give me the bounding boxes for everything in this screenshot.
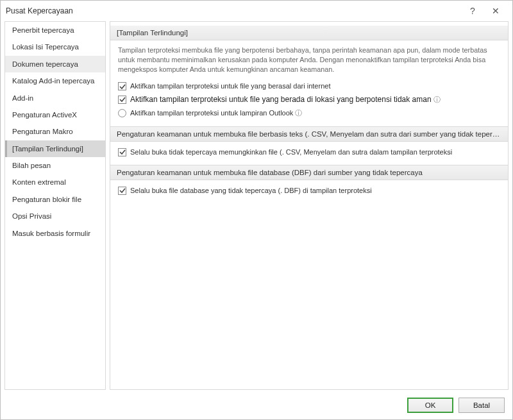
sidebar-item-label: Add-in bbox=[12, 94, 33, 102]
checkbox-row-unsafe-locations[interactable]: Aktifkan tampilan terproteksi untuk file… bbox=[110, 93, 508, 107]
checkbox-label: Selalu buka tidak tepercaya memungkinkan… bbox=[130, 147, 500, 156]
window-title: Pusat Kepercayaan bbox=[6, 6, 73, 15]
close-icon: ✕ bbox=[492, 6, 500, 16]
sidebar-item-label: Dokumen tepercaya bbox=[12, 60, 78, 68]
checkbox-checked-icon bbox=[118, 82, 126, 90]
main-panel: [Tampilan Terlindungi] Tampilan terprote… bbox=[110, 21, 509, 390]
protected-view-description: Tampilan terproteksi membuka file yang b… bbox=[110, 40, 508, 76]
sidebar-item-protected-view[interactable]: [Tampilan Terlindungi] bbox=[5, 140, 105, 157]
sidebar-item-file-block-settings[interactable]: Pengaturan blokir file bbox=[5, 191, 105, 208]
sidebar-item-label: Pengaturan blokir file bbox=[12, 196, 81, 203]
radio-unchecked-icon bbox=[118, 109, 126, 117]
info-icon: ⓘ bbox=[433, 96, 441, 103]
checkbox-label: Aktifkan tampilan terproteksi untuk lamp… bbox=[130, 108, 500, 117]
help-button[interactable]: ? bbox=[461, 2, 484, 20]
sidebar-item-label: Pengaturan Makro bbox=[12, 128, 73, 135]
sidebar-item-trusted-addin-catalogs[interactable]: Katalog Add-in tepercaya bbox=[5, 72, 105, 89]
titlebar: Pusat Kepercayaan ? ✕ bbox=[1, 1, 512, 21]
sidebar-item-label: Masuk berbasis formulir bbox=[12, 230, 90, 237]
sidebar-item-label: Penerbit tepercaya bbox=[12, 26, 74, 34]
sidebar-item-privacy-options[interactable]: Opsi Privasi bbox=[5, 208, 105, 224]
sidebar: Penerbit tepercaya Lokasi Isi Tepercaya … bbox=[4, 21, 106, 390]
sidebar-item-label: Katalog Add-in tepercaya bbox=[12, 77, 95, 85]
section-header-text-files: Pengaturan keamanan untuk membuka file b… bbox=[110, 126, 508, 142]
close-button[interactable]: ✕ bbox=[484, 2, 507, 20]
checkbox-row-internet-files[interactable]: Aktifkan tampilan terproteksi untuk file… bbox=[110, 80, 508, 92]
dialog-footer: OK Batal bbox=[1, 391, 512, 419]
checkbox-label: Selalu buka file database yang tidak tep… bbox=[130, 186, 500, 195]
sidebar-item-trusted-documents[interactable]: Dokumen tepercaya bbox=[5, 56, 105, 72]
checkbox-label: Aktifkan tampilan terproteksi untuk file… bbox=[130, 81, 500, 90]
sidebar-item-label: Lokasi Isi Tepercaya bbox=[12, 43, 79, 51]
sidebar-item-trusted-publishers[interactable]: Penerbit tepercaya bbox=[5, 22, 105, 38]
button-label: Batal bbox=[473, 401, 490, 409]
sidebar-item-trusted-locations[interactable]: Lokasi Isi Tepercaya bbox=[5, 38, 105, 55]
sidebar-item-label: Pengaturan ActiveX bbox=[12, 111, 77, 119]
sidebar-item-activex-settings[interactable]: Pengaturan ActiveX bbox=[5, 106, 105, 123]
help-icon: ? bbox=[470, 6, 475, 16]
checkbox-checked-icon bbox=[118, 187, 126, 195]
checkbox-row-outlook-attachments[interactable]: Aktifkan tampilan terproteksi untuk lamp… bbox=[110, 106, 508, 119]
section-header-database-files: Pengaturan keamanan untuk membuka file d… bbox=[110, 165, 508, 180]
checkbox-row-untrusted-dbf-files[interactable]: Selalu buka file database yang tidak tep… bbox=[110, 184, 508, 197]
ok-button[interactable]: OK bbox=[407, 398, 453, 413]
section-header-protected-view: [Tampilan Terlindungi] bbox=[110, 26, 508, 40]
checkbox-checked-icon bbox=[118, 96, 126, 104]
sidebar-item-message-bar[interactable]: Bilah pesan bbox=[5, 157, 105, 174]
trust-center-window: Pusat Kepercayaan ? ✕ Penerbit tepercaya… bbox=[0, 0, 513, 420]
sidebar-item-addins[interactable]: Add-in bbox=[5, 90, 105, 106]
info-icon: ⓘ bbox=[295, 109, 302, 117]
sidebar-item-label: Konten extremal bbox=[12, 178, 66, 186]
checkbox-checked-icon bbox=[118, 148, 126, 156]
cancel-button[interactable]: Batal bbox=[458, 398, 505, 413]
sidebar-item-form-based-sign-in[interactable]: Masuk berbasis formulir bbox=[5, 225, 105, 242]
sidebar-item-macro-settings[interactable]: Pengaturan Makro bbox=[5, 123, 105, 140]
button-label: OK bbox=[425, 401, 436, 409]
checkbox-row-untrusted-text-files[interactable]: Selalu buka tidak tepercaya memungkinkan… bbox=[110, 146, 508, 158]
checkbox-label: Aktifkan tampilan terproteksi untuk file… bbox=[130, 95, 500, 105]
sidebar-item-label: Opsi Privasi bbox=[12, 212, 51, 220]
sidebar-item-external-content[interactable]: Konten extremal bbox=[5, 174, 105, 190]
content-area: Penerbit tepercaya Lokasi Isi Tepercaya … bbox=[1, 21, 512, 391]
sidebar-item-label: [Tampilan Terlindungi] bbox=[12, 145, 83, 153]
sidebar-item-label: Bilah pesan bbox=[12, 162, 51, 169]
